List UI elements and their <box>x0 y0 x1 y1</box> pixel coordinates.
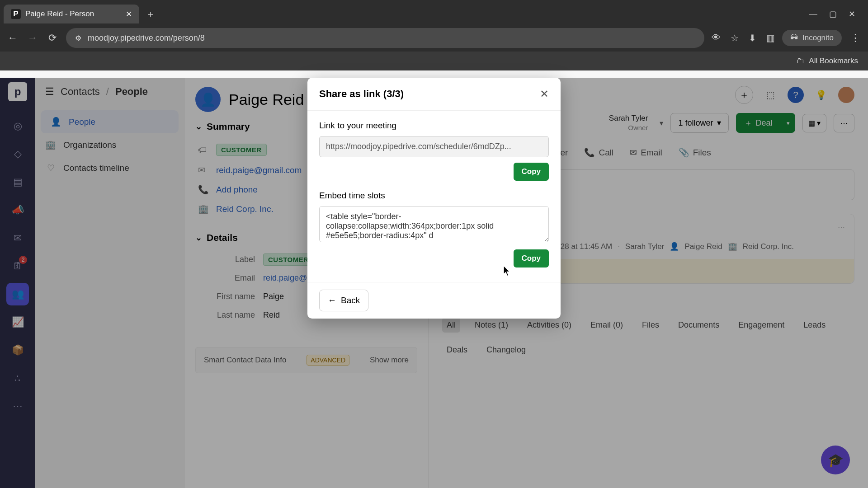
browser-tab[interactable]: P Paige Reid - Person ✕ <box>4 5 139 23</box>
copy-link-button[interactable]: Copy <box>514 163 549 181</box>
favicon: P <box>11 9 21 19</box>
kebab-icon[interactable]: ⋮ <box>849 32 862 44</box>
embed-code-textarea[interactable]: <table style="border-collapse:collapse;w… <box>319 206 549 242</box>
folder-icon: 🗀 <box>797 56 804 66</box>
back-icon[interactable]: ← <box>6 32 19 44</box>
tab-title: Paige Reid - Person <box>25 9 94 19</box>
incognito-icon: 🕶 <box>790 33 798 42</box>
star-icon[interactable]: ☆ <box>731 33 739 43</box>
close-tab-icon[interactable]: ✕ <box>126 9 132 19</box>
reload-icon[interactable]: ⟳ <box>46 32 59 44</box>
eye-off-icon[interactable]: 👁 <box>712 33 721 43</box>
maximize-icon[interactable]: ▢ <box>829 9 837 19</box>
close-window-icon[interactable]: ✕ <box>849 9 855 19</box>
arrow-left-icon: ← <box>328 296 336 305</box>
link-label: Link to your meeting <box>319 121 549 131</box>
embed-label: Embed time slots <box>319 191 549 201</box>
new-tab-button[interactable]: ＋ <box>146 7 156 21</box>
url-bar[interactable]: ⚙ moodjoy.pipedrive.com/person/8 <box>66 28 704 48</box>
download-icon[interactable]: ⬇ <box>749 33 756 43</box>
close-icon[interactable]: ✕ <box>540 88 549 100</box>
copy-embed-button[interactable]: Copy <box>514 249 549 267</box>
meeting-link-input[interactable] <box>319 136 549 157</box>
panel-icon[interactable]: ▥ <box>766 33 775 43</box>
site-settings-icon[interactable]: ⚙ <box>75 34 81 42</box>
browser-chrome: P Paige Reid - Person ✕ ＋ — ▢ ✕ ← → ⟳ ⚙ … <box>0 0 868 59</box>
all-bookmarks[interactable]: All Bookmarks <box>809 56 858 66</box>
back-button[interactable]: ←Back <box>319 290 368 311</box>
forward-icon[interactable]: → <box>26 32 39 44</box>
modal-title: Share as link (3/3) <box>319 88 404 100</box>
share-link-modal: Share as link (3/3) ✕ Link to your meeti… <box>307 78 561 319</box>
url-text: moodjoy.pipedrive.com/person/8 <box>88 33 205 43</box>
incognito-indicator[interactable]: 🕶 Incognito <box>782 30 842 46</box>
minimize-icon[interactable]: — <box>809 9 817 19</box>
